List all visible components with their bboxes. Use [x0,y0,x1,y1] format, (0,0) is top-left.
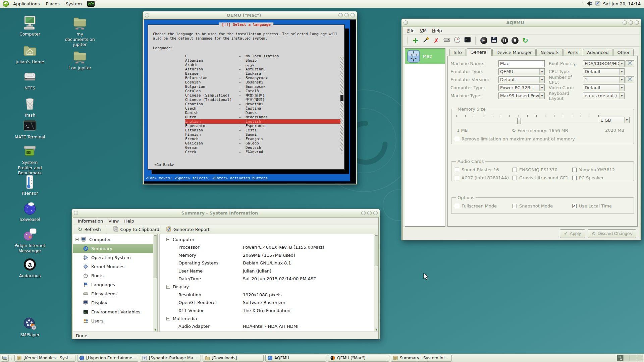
language-option[interactable]: Chinese (Simplified)-中文(简体) [185,93,340,98]
pause-button[interactable] [500,36,509,45]
language-option[interactable]: Croatian-Hrvatski [185,102,340,106]
workspace-2[interactable] [624,355,630,361]
language-option[interactable]: Esperanto-Esperanto [185,124,340,128]
emulator-type-combo[interactable]: QEMU▼ [498,68,545,75]
checkbox-unchecked[interactable] [455,204,459,208]
language-option[interactable]: Bosnian-Bosanski [185,80,340,84]
sidebar-item-filesystems[interactable]: Filesystems [73,289,153,298]
boot-priority-combo[interactable]: FDA/CDROM/HDD▼ [583,60,625,67]
desktop-icon-system-profiler-and-benchmark[interactable]: System Profiler and Benchmark [14,143,45,176]
vm-wizard-button[interactable] [422,36,430,45]
menu-vm[interactable]: VM [418,27,429,34]
section-header-multimedia[interactable]: −Multimedia [160,314,374,322]
audio-card-ensoniq-es1370[interactable]: ENSONIQ ES1370 [513,167,572,172]
time-button[interactable] [453,36,462,45]
tab-info[interactable]: Info [449,49,466,56]
tree-expander-icon[interactable]: − [166,317,170,320]
computer-type-combo[interactable]: Power PC 32Bit▼ [498,84,545,91]
desktop-icon-trash[interactable]: Trash [14,96,45,118]
language-scrollbar[interactable]: ↑ ↓ [340,54,343,154]
audio-card-gravis-ultrasound-gf1[interactable]: Gravis Ultrasound GF1 [513,175,572,180]
tree-expander-icon[interactable]: − [166,285,170,289]
section-header-display[interactable]: −Display [160,283,374,291]
sidebar-item-users[interactable]: Users [73,316,153,325]
sidebar-item-environment-variables[interactable]: >_Environment Variables [73,307,153,316]
taskbar-button-synaptic-package-ma[interactable]: [Synaptic Package Ma... [140,355,201,362]
sidebar-item-languages[interactable]: Languages [73,280,153,289]
workspace-1[interactable] [617,355,624,361]
taskbar-button-hyperion-entertainme[interactable]: [Hyperion Entertainme... [77,355,138,362]
window-menu-button[interactable] [74,211,78,215]
refresh-button[interactable]: ↻Refresh [75,226,104,233]
advanced-settings-button[interactable] [626,60,634,67]
audio-card-ac97-intel-82801aa[interactable]: AC97 (Intel 82801AA) [455,175,513,180]
language-option[interactable]: Arabic-عربي [185,63,340,67]
notes-applet-icon[interactable] [595,1,601,7]
mate-menu-icon[interactable] [2,1,9,7]
language-option[interactable]: Basque-Euskara [185,71,340,76]
memory-slider-handle[interactable] [517,118,521,124]
minimize-button[interactable] [361,211,366,215]
video-card-combo[interactable]: Default▼ [583,84,625,91]
system-monitor-icon[interactable] [87,1,95,7]
memory-slider[interactable] [456,115,599,125]
go-back-button[interactable]: <Go Back> [154,163,174,167]
terminal-button[interactable]: >_ [463,36,472,45]
sidebar-item-operating-system[interactable]: Operating System [73,253,153,262]
taskbar-button-aqemu[interactable]: AQEMU [265,355,326,362]
checkbox-unchecked[interactable] [513,176,517,180]
scroll-thumb[interactable] [340,95,343,101]
checkbox-unchecked[interactable] [513,204,517,208]
tree-expander-icon[interactable]: − [166,238,170,241]
content-scrollbar[interactable]: ▼ [374,234,378,331]
scroll-thumb[interactable] [375,235,378,266]
generate-report-button[interactable]: Generate Report [163,226,212,233]
language-option-selected[interactable]: English-English [185,119,340,124]
audio-card-yamaha-ym3812[interactable]: Yamaha YM3812 [572,167,630,172]
language-option[interactable]: Albanian-Shqip [185,58,340,63]
show-desktop-button[interactable] [1,355,9,362]
desktop-icon-ntfs[interactable]: NTFS [14,69,45,91]
tab-other[interactable]: Other [613,49,634,56]
menu-applications[interactable]: Applications [10,1,43,7]
maximize-button[interactable] [367,211,372,215]
refresh-icon[interactable]: ↻ [512,128,516,133]
emulator-version-combo[interactable]: Default▼ [498,76,545,83]
section-header-computer[interactable]: −Computer [160,235,374,243]
machine-name-input[interactable]: Mac [498,60,545,67]
minimize-button[interactable] [623,20,627,25]
volume-icon[interactable] [587,1,593,7]
language-option[interactable]: Dutch-Nederlands [185,115,340,119]
sidebar-item-computer[interactable]: −Computer [73,235,153,244]
stop-button[interactable] [511,36,519,45]
tab-network[interactable]: Network [536,49,562,56]
maximize-button[interactable] [344,13,349,17]
desktop-icon-mate-terminal[interactable]: >_MATE Terminal [14,118,45,140]
reload-button[interactable]: ↻ [521,36,530,45]
window-menu-button[interactable] [145,13,149,17]
language-option[interactable]: Greek-Ελληνικά [185,150,340,154]
sidebar-item-display[interactable]: Display [73,298,153,307]
number-of-cpu-combo[interactable]: 1▼ [583,76,625,83]
maximize-button[interactable] [629,20,633,25]
checkbox-unchecked[interactable] [572,176,577,180]
checkbox-unchecked[interactable] [455,168,459,172]
tab-general[interactable]: General [467,48,492,56]
sidebar-item-boots[interactable]: Boots [73,271,153,280]
checkbox-checked[interactable]: ✔ [572,204,577,208]
format-button[interactable] [442,36,451,45]
start-button[interactable]: ▶ [479,36,488,45]
minimize-button[interactable] [338,13,343,17]
checkbox-unchecked[interactable] [513,168,517,172]
language-option[interactable]: Belarusian-Беларуская [185,76,340,80]
scroll-down-icon[interactable]: ▼ [374,328,378,331]
apply-button[interactable]: ✔ Apply [560,229,585,238]
vm-list[interactable]: Mac [405,48,445,227]
checkbox-unchecked[interactable] [455,137,459,141]
copy-to-clipboard-button[interactable]: Copy to Clipboard [110,226,162,233]
aqemu-titlebar[interactable]: AQEMU [401,19,641,27]
window-menu-button[interactable] [404,20,408,25]
tab-advanced[interactable]: Advanced [583,49,612,56]
language-option[interactable]: French-Français [185,137,340,141]
panel-clock[interactable]: Sat Jun 20, 14:14 [603,1,641,6]
